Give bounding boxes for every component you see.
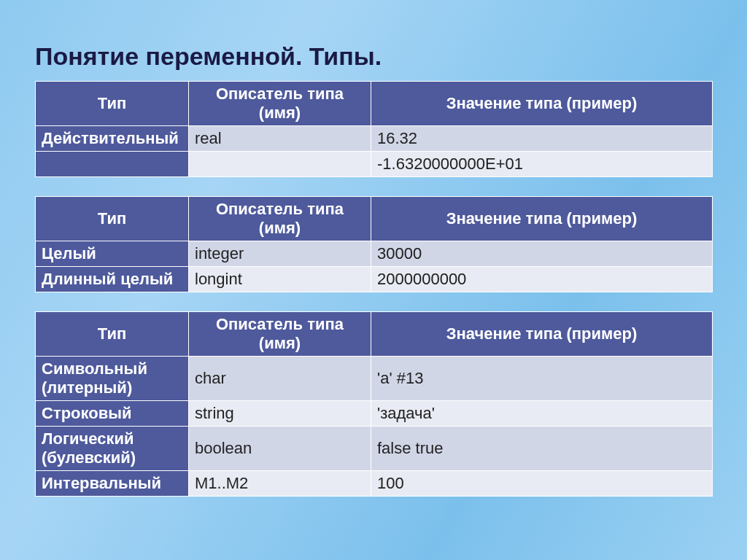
cell-descriptor: longint (189, 267, 371, 292)
cell-example: 'задача' (371, 401, 713, 427)
cell-type: Действительный (36, 126, 189, 152)
col-example: Значение типа (пример) (371, 82, 713, 126)
cell-type: Целый (36, 241, 189, 267)
cell-type: Длинный целый (36, 267, 189, 292)
table-other-types: Тип Описатель типа (имя) Значение типа (… (35, 311, 712, 497)
table-row: -1.6320000000E+01 (36, 152, 713, 177)
table-integer: Тип Описатель типа (имя) Значение типа (… (35, 196, 712, 292)
table-row: Символьный (литерный) char 'a' #13 (36, 357, 713, 401)
table-header-row: Тип Описатель типа (имя) Значение типа (… (36, 197, 713, 241)
cell-example: 30000 (371, 241, 713, 267)
cell-example: 100 (371, 471, 713, 497)
cell-example: 16.32 (371, 126, 713, 152)
cell-descriptor: integer (189, 241, 371, 267)
cell-type: Символьный (литерный) (36, 357, 189, 401)
table-row: Логический (булевский) boolean false tru… (36, 427, 713, 471)
cell-example: -1.6320000000E+01 (371, 152, 713, 177)
table-row: Целый integer 30000 (36, 241, 713, 267)
table-row: Интервальный M1..M2 100 (36, 471, 713, 497)
cell-descriptor: string (189, 401, 371, 427)
page-title: Понятие переменной. Типы. (35, 42, 712, 71)
table-header-row: Тип Описатель типа (имя) Значение типа (… (36, 82, 713, 126)
cell-example: 'a' #13 (371, 357, 713, 401)
table-real: Тип Описатель типа (имя) Значение типа (… (35, 81, 712, 177)
table-row: Строковый string 'задача' (36, 401, 713, 427)
cell-type: Логический (булевский) (36, 427, 189, 471)
cell-type (36, 152, 189, 177)
table-row: Действительный real 16.32 (36, 126, 713, 152)
col-type: Тип (36, 312, 189, 357)
cell-descriptor: boolean (189, 427, 371, 471)
col-example: Значение типа (пример) (371, 197, 713, 241)
col-example: Значение типа (пример) (371, 312, 713, 357)
col-type: Тип (36, 82, 189, 126)
cell-descriptor: char (189, 357, 371, 401)
cell-descriptor: real (189, 126, 371, 152)
cell-example: 2000000000 (371, 267, 713, 292)
table-row: Длинный целый longint 2000000000 (36, 267, 713, 292)
cell-type: Строковый (36, 401, 189, 427)
col-type: Тип (36, 197, 189, 241)
col-descriptor: Описатель типа (имя) (189, 82, 371, 126)
table-header-row: Тип Описатель типа (имя) Значение типа (… (36, 312, 713, 357)
col-descriptor: Описатель типа (имя) (189, 312, 371, 357)
cell-descriptor: M1..M2 (189, 471, 371, 497)
cell-type: Интервальный (36, 471, 189, 497)
slide: Понятие переменной. Типы. Тип Описатель … (0, 0, 747, 530)
col-descriptor: Описатель типа (имя) (189, 197, 371, 241)
cell-example: false true (371, 427, 713, 471)
cell-descriptor (189, 152, 371, 177)
